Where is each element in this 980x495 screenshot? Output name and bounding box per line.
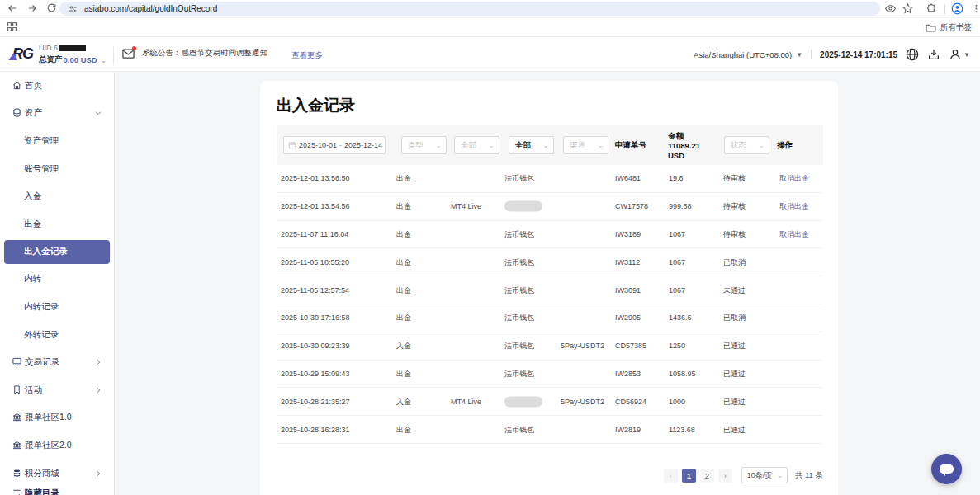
cell-account: MT4 Live <box>451 202 481 210</box>
cell-order-no: IW3091 <box>615 286 641 295</box>
site-info-icon[interactable] <box>68 4 78 14</box>
current-datetime: 2025-12-14 17:01:15 <box>820 50 897 59</box>
cell-wallet-redaction <box>504 201 542 212</box>
forward-icon[interactable] <box>26 2 38 14</box>
browser-toolbar: asiabo.com/capital/goldInOutRecord <box>0 0 980 18</box>
order-no-header: 申请单号 <box>615 125 646 165</box>
sidebar-item-account-management[interactable]: 账号管理 <box>0 155 114 183</box>
user-menu-icon[interactable]: ▼ <box>949 48 970 61</box>
chevron-down-icon <box>94 109 102 117</box>
cell-wallet: 法币钱包 <box>504 368 534 379</box>
bookmark-star-icon[interactable] <box>902 3 913 14</box>
cell-type: 入金 <box>396 396 411 407</box>
channel-select[interactable]: 渠道⌄ <box>563 136 608 154</box>
browser-menu-icon[interactable] <box>971 3 980 14</box>
calendar-icon <box>288 141 296 149</box>
coins-icon <box>12 469 22 478</box>
cancel-withdrawal-link[interactable]: 取消出金 <box>779 201 809 212</box>
page-number-button[interactable]: 1 <box>682 469 696 483</box>
cell-amount: 1067 <box>669 258 685 266</box>
reload-icon[interactable] <box>46 2 57 13</box>
wallet-select[interactable]: 全部⌄ <box>509 136 554 154</box>
cell-wallet: 法币钱包 <box>504 285 534 295</box>
back-icon[interactable] <box>7 2 18 14</box>
user-summary[interactable]: UID 6 总资产0.00 USD⌄ <box>39 44 107 65</box>
cell-status: 已通过 <box>723 341 746 351</box>
account-select[interactable]: 全部⌄ <box>454 136 499 154</box>
cell-wallet: 法币钱包 <box>504 229 534 239</box>
table-row: 2025-12-01 13:56:50出金法币钱包IW648119.6待审核取消… <box>277 165 823 193</box>
cell-time: 2025-10-30 09:23:39 <box>281 342 350 350</box>
cell-wallet: 法币钱包 <box>504 424 534 435</box>
chat-widget-button[interactable] <box>931 454 962 484</box>
cell-channel: 5Pay-USDT2 <box>561 342 604 350</box>
cell-status: 已通过 <box>723 396 746 407</box>
sidebar-item-label: 资产 <box>25 107 42 119</box>
date-end: 2025-12-14 <box>344 141 382 149</box>
date-separator: - <box>339 141 342 149</box>
sidebar-item-gold-in-out-record[interactable]: 出入金记录 <box>4 240 110 264</box>
sidebar-item-copy-community-1[interactable]: 跟单社区1.0 <box>0 404 114 432</box>
timezone-select[interactable]: Asia/Shanghai (UTC+08:00)▼ <box>694 50 802 59</box>
language-globe-icon[interactable] <box>906 48 919 61</box>
cell-type: 出金 <box>396 257 411 267</box>
brand-logo[interactable]: RG <box>12 45 33 63</box>
cell-amount: 999.38 <box>669 202 692 210</box>
all-bookmarks-label[interactable]: 所有书签 <box>940 22 972 33</box>
table-row: 2025-10-30 17:16:58出金法币钱包IW29051436.6已取消 <box>277 304 823 332</box>
sidebar-item-external-transfer-record[interactable]: 外转记录 <box>0 321 114 349</box>
assets-icon <box>12 108 22 118</box>
page-next-button[interactable]: › <box>718 469 732 483</box>
profile-avatar-icon[interactable] <box>951 2 963 15</box>
page-size-select[interactable]: 10条/页⌄ <box>741 467 788 483</box>
page-prev-button[interactable]: ‹ <box>664 469 678 483</box>
status-select[interactable]: 状态⌄ <box>724 136 769 154</box>
sidebar-item-internal-transfer[interactable]: 内转 <box>0 266 114 294</box>
sidebar-item-internal-transfer-record[interactable]: 内转记录 <box>0 293 114 321</box>
cell-amount: 1123.68 <box>669 426 695 434</box>
table-row: 2025-11-05 18:55:20出金法币钱包IW31121067已取消 <box>277 248 823 276</box>
cell-time: 2025-12-01 13:56:50 <box>281 174 350 182</box>
type-select[interactable]: 类型⌄ <box>401 136 447 154</box>
cancel-withdrawal-link[interactable]: 取消出金 <box>779 173 809 184</box>
password-eye-icon[interactable] <box>885 4 896 13</box>
cell-type: 出金 <box>396 201 411 212</box>
sidebar-item-deposit[interactable]: 入金 <box>0 182 114 210</box>
table-row: 2025-10-30 09:23:39入金法币钱包5Pay-USDT2CD573… <box>277 332 823 361</box>
sidebar-item-label: 跟单社区1.0 <box>25 412 72 423</box>
header-divider <box>113 47 114 64</box>
sidebar-item-label: 出金 <box>24 219 41 230</box>
apps-grid-icon[interactable] <box>7 21 17 32</box>
download-icon[interactable] <box>927 48 940 61</box>
cancel-withdrawal-link[interactable]: 取消出金 <box>779 229 809 239</box>
sidebar-item-copy-community-2[interactable]: 跟单社区2.0 <box>0 431 114 460</box>
chevron-right-icon <box>94 386 102 394</box>
date-range-picker[interactable]: 2025-10-01 - 2025-12-14 <box>283 136 386 154</box>
sidebar-item-hidden-catalog[interactable]: 隐藏目录 <box>0 479 114 495</box>
sidebar-item-home[interactable]: 首页 <box>0 72 114 100</box>
sidebar-item-label: 出入金记录 <box>24 246 68 257</box>
view-more-link[interactable]: 查看更多 <box>291 50 323 61</box>
cell-channel: 5Pay-USDT2 <box>561 398 604 406</box>
cell-amount: 1436.6 <box>669 314 692 322</box>
app-header: RG UID 6 总资产0.00 USD⌄ 系统公告：感恩节交易时间调整通知 查… <box>0 37 980 72</box>
address-bar[interactable]: asiabo.com/capital/goldInOutRecord <box>59 2 880 16</box>
monitor-icon <box>12 357 22 367</box>
cell-order-no: IW3189 <box>615 230 641 238</box>
sidebar-item-trade-records[interactable]: 交易记录 <box>0 348 114 376</box>
caret-down-icon: ▼ <box>963 51 970 59</box>
sidebar-item-withdraw[interactable]: 出金 <box>0 210 114 238</box>
sidebar-item-label: 交易记录 <box>25 356 59 368</box>
sidebar-item-assets[interactable]: 资产 <box>0 100 114 128</box>
cell-status: 已取消 <box>723 257 746 267</box>
extensions-icon[interactable] <box>926 3 937 14</box>
sidebar-item-asset-management[interactable]: 资产管理 <box>0 127 114 155</box>
page-number-button[interactable]: 2 <box>700 469 714 483</box>
total-count: 共 11 条 <box>795 470 823 481</box>
cell-time: 2025-11-07 11:16:04 <box>281 230 348 238</box>
cell-type: 出金 <box>396 368 411 379</box>
announcement[interactable]: 系统公告：感恩节交易时间调整通知 <box>122 48 267 59</box>
records-table: 2025-12-01 13:56:50出金法币钱包IW648119.6待审核取消… <box>277 165 823 444</box>
sidebar-item-activity[interactable]: 活动 <box>0 376 114 404</box>
sidebar-item-label: 账号管理 <box>24 163 59 175</box>
